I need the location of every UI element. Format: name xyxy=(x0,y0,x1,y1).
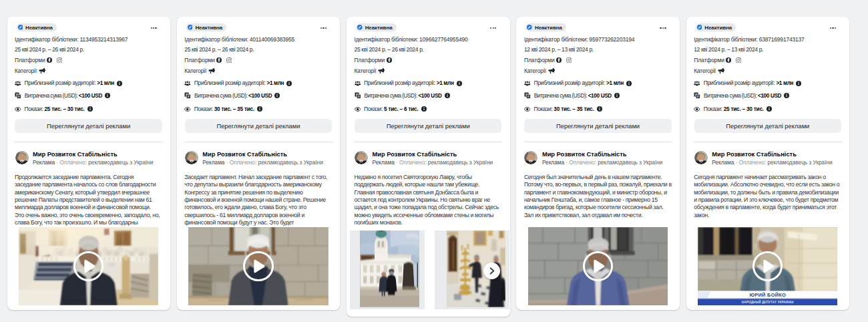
svg-text:НАРОДНЫЙ ДЕПУТАТ УКРАИНЫ: НАРОДНЫЙ ДЕПУТАТ УКРАИНЫ xyxy=(742,299,794,304)
svg-text:ЮРИЙ БОЙКО: ЮРИЙ БОЙКО xyxy=(749,292,786,298)
